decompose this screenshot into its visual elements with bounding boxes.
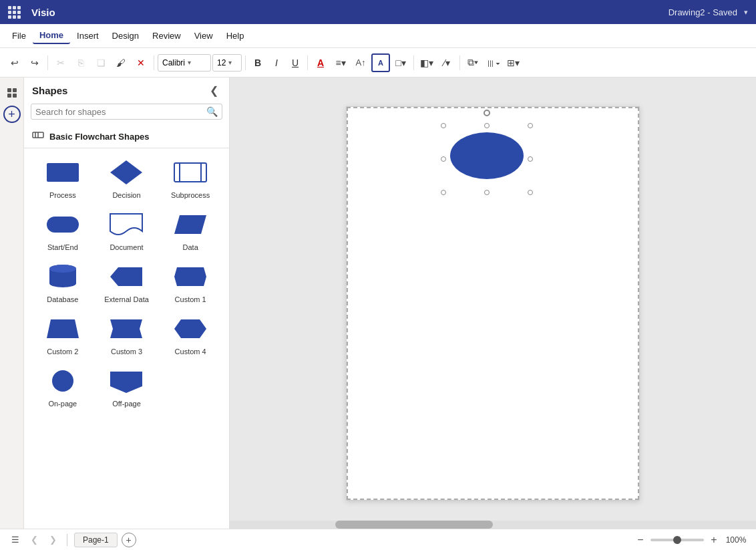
align-button[interactable]: ≡▾	[331, 53, 350, 72]
on-page-label: On-page	[48, 400, 77, 408]
shape-style-button[interactable]: □▾	[391, 53, 410, 72]
handle-mr[interactable]	[528, 156, 533, 162]
scrollbar-thumb[interactable]	[335, 521, 493, 529]
on-page-icon	[44, 366, 81, 396]
undo-button[interactable]: ↩	[5, 53, 24, 72]
canvas-shape-container[interactable]	[443, 126, 530, 192]
search-input[interactable]	[35, 107, 206, 117]
arrange-button[interactable]: ⧉▾	[463, 53, 482, 72]
svg-marker-19	[174, 267, 206, 286]
handle-bc[interactable]	[484, 190, 490, 195]
menu-view[interactable]: View	[188, 28, 220, 43]
zoom-controls: − + 100%	[633, 533, 748, 547]
database-icon	[44, 262, 81, 291]
search-icon[interactable]: 🔍	[206, 106, 218, 117]
menu-home[interactable]: Home	[33, 27, 70, 44]
rotate-handle[interactable]	[484, 110, 490, 116]
separator-3	[245, 55, 246, 70]
separator-1	[47, 55, 48, 70]
redo-button[interactable]: ↪	[25, 53, 44, 72]
fill-color-button[interactable]: ◧▾	[417, 53, 436, 72]
shape-decision[interactable]: Decision	[96, 155, 158, 202]
shape-custom3[interactable]: Custom 3	[96, 311, 158, 358]
canvas-ellipse-shape[interactable]	[450, 132, 524, 179]
handle-tr[interactable]	[528, 123, 533, 128]
shape-subprocess[interactable]: Subprocess	[160, 155, 221, 202]
shape-custom4[interactable]: Custom 4	[160, 311, 221, 358]
copy-button[interactable]: ⎘	[71, 53, 90, 72]
text-box-button[interactable]: A	[371, 53, 390, 72]
shape-on-page[interactable]: On-page	[32, 364, 93, 410]
zoom-slider-thumb[interactable]	[673, 536, 681, 544]
titlebar: Visio Drawing2 - Saved ▾	[0, 0, 756, 24]
svg-rect-2	[7, 94, 11, 98]
statusbar-separator	[67, 534, 67, 546]
shape-custom1[interactable]: Custom 1	[160, 259, 221, 306]
menu-file[interactable]: File	[5, 28, 33, 43]
horizontal-scrollbar[interactable]	[230, 521, 756, 529]
underline-button[interactable]: U	[287, 54, 304, 72]
distribute-button[interactable]: ⫼▾	[484, 53, 502, 72]
zoom-slider[interactable]	[650, 539, 704, 541]
cut-button[interactable]: ✂	[51, 53, 70, 72]
add-shapes-button[interactable]: +	[3, 106, 21, 123]
canvas-area[interactable]	[230, 78, 756, 529]
italic-button[interactable]: I	[268, 54, 285, 72]
stencil-icon[interactable]	[2, 83, 22, 103]
shape-off-page[interactable]: Off-page	[96, 364, 158, 410]
zoom-in-button[interactable]: +	[707, 533, 721, 547]
menu-design[interactable]: Design	[106, 28, 146, 43]
app-grid-icon[interactable]	[8, 6, 21, 19]
handle-tc[interactable]	[484, 123, 490, 128]
add-page-button[interactable]: +	[122, 533, 136, 547]
zoom-out-button[interactable]: −	[633, 533, 648, 547]
svg-marker-8	[110, 160, 142, 184]
shape-start-end[interactable]: Start/End	[32, 207, 93, 254]
shapes-category-header[interactable]: Basic Flowchart Shapes	[24, 125, 229, 148]
subprocess-icon	[172, 158, 209, 187]
menu-help[interactable]: Help	[220, 28, 251, 43]
format-painter-button[interactable]: 🖌	[112, 53, 130, 72]
shape-data[interactable]: Data	[160, 207, 221, 254]
clear-button[interactable]: ✕	[132, 53, 150, 72]
shapes-panel: Shapes ❮ 🔍 Basic Flowchart Shapes	[24, 78, 230, 529]
handle-bl[interactable]	[441, 190, 446, 195]
shape-process[interactable]: Process	[32, 155, 93, 202]
external-data-label: External Data	[104, 295, 149, 303]
font-size-combo[interactable]: 12 ▾	[212, 54, 242, 72]
shape-database[interactable]: Database	[32, 259, 93, 306]
svg-marker-24	[110, 372, 142, 393]
increase-font-button[interactable]: A↑	[351, 53, 370, 72]
font-color-button[interactable]: A	[311, 53, 330, 72]
layer-button[interactable]: ⊞▾	[504, 53, 522, 72]
canvas-page[interactable]	[346, 106, 640, 501]
svg-rect-0	[7, 88, 11, 92]
search-bar: 🔍	[31, 104, 222, 120]
line-color-button[interactable]: ∕▾	[437, 53, 456, 72]
hamburger-menu-button[interactable]: ☰	[8, 533, 23, 547]
shape-external-data[interactable]: External Data	[96, 259, 158, 306]
page-tab-1[interactable]: Page-1	[74, 533, 118, 547]
doc-title-arrow[interactable]: ▾	[744, 8, 748, 17]
font-name-combo[interactable]: Calibri ▾	[158, 54, 211, 72]
handle-br[interactable]	[528, 190, 533, 195]
document-icon	[108, 210, 145, 239]
shape-custom2[interactable]: Custom 2	[32, 311, 93, 358]
custom4-icon	[172, 314, 209, 343]
page-prev-button[interactable]: ❮	[27, 533, 41, 547]
custom2-icon	[44, 314, 81, 343]
paste-button[interactable]: ❏	[91, 53, 110, 72]
shapes-collapse-button[interactable]: ❮	[207, 83, 221, 98]
font-size-arrow: ▾	[228, 59, 232, 66]
custom4-label: Custom 4	[175, 348, 206, 356]
shape-document[interactable]: Document	[96, 207, 158, 254]
handle-tl[interactable]	[441, 123, 446, 128]
custom3-icon	[108, 314, 145, 343]
menu-review[interactable]: Review	[146, 28, 188, 43]
menu-insert[interactable]: Insert	[70, 28, 106, 43]
process-icon	[44, 158, 81, 187]
shapes-title: Shapes	[32, 85, 67, 96]
bold-button[interactable]: B	[249, 54, 266, 72]
page-next-button[interactable]: ❯	[45, 533, 60, 547]
handle-ml[interactable]	[441, 156, 446, 162]
